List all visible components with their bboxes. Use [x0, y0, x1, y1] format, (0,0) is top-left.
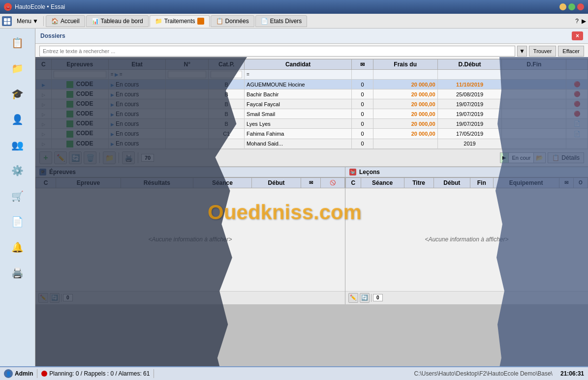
table-row[interactable]: ▷ CODE ▶ En cours B Bachir Bachir 0 20 0…: [36, 89, 588, 99]
table-row[interactable]: ▷ CODE ▶ En cours C1 Fahima Fahima 0 20 …: [36, 129, 588, 139]
table-row[interactable]: ▷ CODE ▶ En cours B Lyes Lyes 0 20 000,0…: [36, 119, 588, 129]
row-play-icon: ▷: [42, 92, 45, 97]
window-controls: [559, 3, 584, 10]
status-play-button[interactable]: ▶: [500, 153, 509, 163]
filter-no: [166, 70, 209, 80]
row-play-cell: ▷: [36, 89, 52, 99]
row-ddebut-cell: 19/07/2019: [437, 99, 502, 109]
nav-tab-etats[interactable]: 📄 Etats Divers: [255, 15, 308, 27]
maximize-button[interactable]: [568, 3, 575, 10]
dossiers-table-body: ▶ CODE ▶ En cours B AGUEMMOUNE Hocine 0 …: [36, 80, 588, 149]
sidebar-item-doc[interactable]: 📄: [4, 209, 31, 234]
filter-catp: [209, 70, 245, 80]
close-button[interactable]: [577, 3, 584, 10]
row-status-rect: [66, 111, 73, 117]
nav-tab-accueil[interactable]: 🏠 Accueil: [46, 15, 85, 27]
refresh-button[interactable]: 🔄: [69, 151, 82, 164]
table-row[interactable]: ▷ CODE ▶ En cours B Smail Smail 0 20 000…: [36, 109, 588, 119]
sidebar-item-person[interactable]: 👤: [4, 107, 31, 132]
svg-rect-3: [7, 22, 10, 25]
ep-sep: [61, 294, 62, 302]
sidebar-item-group[interactable]: 👥: [4, 133, 31, 157]
planning-text: Planning: 0 / Rappels : 0 / Alarmes: 61: [49, 370, 150, 377]
col-header-catp: Cat.P.: [209, 59, 245, 70]
row-frais-cell: 20 000,00: [373, 109, 437, 119]
row-no-cell: [166, 99, 209, 109]
sidebar-item-school[interactable]: 🎓: [4, 82, 31, 106]
epreuves-toolbar: ✏️ 🔄 0: [35, 291, 345, 304]
status-planning: Planning: 0 / Rappels : 0 / Alarmes: 61: [41, 370, 150, 377]
main-toolbar: + ✏️ 🔄 🗑️ 📁 🖨️ 70 ▶ En cour 📂: [35, 149, 588, 167]
filter-c: [36, 70, 52, 80]
menu-button[interactable]: Menu ▼: [14, 17, 41, 26]
row-play-icon: ▶: [42, 83, 45, 88]
filter-epreuves-input[interactable]: [54, 71, 106, 78]
ep-col-epreuve: Epreuve: [56, 177, 121, 188]
row-epreuve-cell: CODE: [51, 109, 108, 119]
filter-catp-input[interactable]: [211, 71, 242, 78]
sidebar-item-cart[interactable]: 🛒: [4, 184, 31, 208]
ep-edit-button[interactable]: ✏️: [38, 293, 48, 303]
lc-edit-button[interactable]: ✏️: [348, 293, 358, 303]
sidebar-item-dossiers[interactable]: 📋: [4, 30, 31, 55]
lc-col-fin: Fin: [470, 177, 493, 188]
doc-icon: 📄: [10, 214, 26, 230]
minimize-button[interactable]: [559, 3, 566, 10]
table-row[interactable]: ▶ CODE ▶ En cours B AGUEMMOUNE Hocine 0 …: [36, 80, 588, 89]
epreuves-header: 🎓 Épreuves: [35, 167, 345, 177]
filter-no-input[interactable]: [168, 71, 206, 78]
filter-etat-eq: =: [111, 72, 114, 77]
edit-button[interactable]: ✏️: [54, 151, 67, 164]
table-row[interactable]: ▷ CODE ▶ En cours B Faycal Faycal 0 20 0…: [36, 99, 588, 109]
row-no-cell: [166, 89, 209, 99]
col-header-c: C: [36, 59, 52, 70]
row-candidat-cell: Lyes Lyes: [245, 119, 352, 129]
help-button[interactable]: ?: [572, 17, 582, 26]
filter-epreuves: [51, 70, 108, 80]
delete-button[interactable]: 🗑️: [84, 151, 96, 164]
app-icon: [2, 16, 12, 26]
row-msg-cell: 0: [352, 99, 373, 109]
ep-col-debut: Début: [251, 177, 301, 188]
row-etat: En cours: [116, 101, 139, 108]
row-ddebut-cell: 11/10/2019: [437, 80, 502, 89]
ep-refresh-button[interactable]: 🔄: [50, 293, 60, 303]
epreuves-panel: 🎓 Épreuves C Epreuve Résultats Séance Dé…: [35, 167, 345, 304]
dossiers-icon: 📋: [10, 35, 26, 51]
ep-col-c: C: [36, 177, 56, 188]
sidebar-item-bell[interactable]: 🔔: [4, 235, 31, 260]
dossiers-table: C Epreuves Etat N° Cat.P. Candidat ✉ Fra…: [35, 59, 588, 149]
row-frais-cell: 20 000,00: [373, 89, 437, 99]
tableau-label: Tableau de bord: [101, 18, 143, 25]
search-input[interactable]: [39, 46, 515, 57]
epreuves-title: Épreuves: [49, 169, 76, 175]
row-status-rect: [66, 81, 73, 88]
nav-tab-traitements[interactable]: 📁 Traitements: [150, 15, 210, 27]
table-row[interactable]: ▷ CODE ▶ En cours Mohand Said... 0 2019: [36, 139, 588, 148]
row-etat-cell: ▶ En cours: [108, 80, 165, 89]
col-header-epreuves: Epreuves: [51, 59, 108, 70]
row-action-cell: 🔴: [566, 89, 588, 99]
nav-tab-donnees[interactable]: 📋 Données: [211, 15, 254, 27]
nav-tab-tableau[interactable]: 📊 Tableau de bord: [86, 15, 149, 27]
planning-indicator: [41, 371, 47, 377]
row-dfin-cell: [502, 80, 566, 89]
status-folder-button[interactable]: 📂: [533, 153, 545, 163]
row-epreuve: CODE: [76, 110, 93, 117]
add-button[interactable]: +: [39, 151, 52, 164]
row-action-cell: [566, 139, 588, 148]
sidebar-item-settings[interactable]: ⚙️: [4, 158, 31, 183]
search-dropdown-button[interactable]: ▼: [517, 46, 527, 57]
lecons-table: C Séance Titre Début Fin Equipement ✉ O: [345, 177, 588, 188]
toolbar-right: ▶ En cour 📂 📋 Détails: [500, 152, 584, 163]
find-button[interactable]: Trouver: [529, 46, 557, 57]
donnees-label: Données: [225, 18, 249, 25]
clear-button[interactable]: Effacer: [558, 46, 584, 57]
lc-refresh-button[interactable]: 🔄: [360, 293, 370, 303]
panel-close-button[interactable]: ×: [572, 31, 583, 40]
folder-button[interactable]: 📁: [103, 151, 116, 164]
print-toolbar-button[interactable]: 🖨️: [122, 151, 135, 164]
sidebar-item-folder[interactable]: 📁: [4, 56, 31, 81]
details-button[interactable]: 📋 Détails: [548, 152, 584, 163]
sidebar-item-print[interactable]: 🖨️: [4, 261, 31, 285]
